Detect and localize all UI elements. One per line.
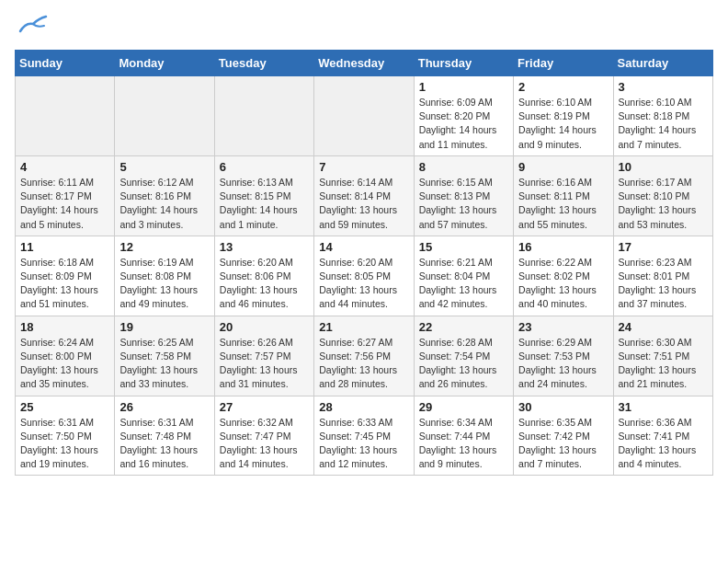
day-number: 19 [119, 320, 209, 334]
calendar-cell: 13Sunrise: 6:20 AM Sunset: 8:06 PM Dayli… [214, 236, 313, 316]
day-number: 14 [319, 240, 408, 254]
calendar-week-4: 18Sunrise: 6:24 AM Sunset: 8:00 PM Dayli… [16, 316, 713, 396]
day-info: Sunrise: 6:22 AM Sunset: 8:02 PM Dayligh… [518, 256, 608, 312]
day-number: 25 [20, 400, 109, 414]
column-header-thursday: Thursday [414, 51, 513, 76]
logo-bird-icon [18, 15, 48, 39]
day-number: 18 [20, 320, 109, 334]
calendar-cell: 25Sunrise: 6:31 AM Sunset: 7:50 PM Dayli… [16, 396, 115, 476]
calendar-cell: 8Sunrise: 6:15 AM Sunset: 8:13 PM Daylig… [414, 155, 513, 236]
calendar-cell: 22Sunrise: 6:28 AM Sunset: 7:54 PM Dayli… [414, 316, 513, 396]
calendar-cell: 12Sunrise: 6:19 AM Sunset: 8:08 PM Dayli… [115, 236, 214, 316]
header [15, 15, 713, 39]
calendar-cell: 17Sunrise: 6:23 AM Sunset: 8:01 PM Dayli… [613, 236, 712, 316]
day-info: Sunrise: 6:10 AM Sunset: 8:19 PM Dayligh… [518, 96, 608, 152]
calendar-cell: 4Sunrise: 6:11 AM Sunset: 8:17 PM Daylig… [16, 155, 115, 236]
calendar-cell: 9Sunrise: 6:16 AM Sunset: 8:11 PM Daylig… [514, 155, 613, 236]
calendar-cell [214, 76, 313, 156]
day-number: 31 [619, 400, 708, 414]
calendar-cell: 14Sunrise: 6:20 AM Sunset: 8:05 PM Dayli… [314, 236, 414, 316]
calendar-cell: 24Sunrise: 6:30 AM Sunset: 7:51 PM Dayli… [613, 316, 712, 396]
calendar-cell: 31Sunrise: 6:36 AM Sunset: 7:41 PM Dayli… [613, 396, 712, 476]
day-info: Sunrise: 6:13 AM Sunset: 8:15 PM Dayligh… [220, 176, 309, 232]
calendar-cell [115, 76, 214, 156]
calendar-cell: 10Sunrise: 6:17 AM Sunset: 8:10 PM Dayli… [613, 155, 712, 236]
day-number: 4 [20, 160, 109, 174]
day-number: 6 [220, 160, 309, 174]
day-number: 13 [220, 240, 309, 254]
column-header-monday: Monday [115, 51, 214, 76]
day-number: 20 [220, 320, 309, 334]
day-number: 24 [619, 320, 708, 334]
calendar-cell: 29Sunrise: 6:34 AM Sunset: 7:44 PM Dayli… [414, 396, 513, 476]
day-number: 11 [20, 240, 109, 254]
day-number: 8 [419, 160, 508, 174]
calendar-cell: 5Sunrise: 6:12 AM Sunset: 8:16 PM Daylig… [115, 155, 214, 236]
calendar-week-5: 25Sunrise: 6:31 AM Sunset: 7:50 PM Dayli… [16, 396, 713, 476]
calendar-header-row: SundayMondayTuesdayWednesdayThursdayFrid… [16, 51, 713, 76]
calendar-cell: 27Sunrise: 6:32 AM Sunset: 7:47 PM Dayli… [214, 396, 313, 476]
calendar-cell: 30Sunrise: 6:35 AM Sunset: 7:42 PM Dayli… [514, 396, 613, 476]
day-info: Sunrise: 6:31 AM Sunset: 7:50 PM Dayligh… [20, 416, 109, 472]
day-number: 17 [619, 240, 708, 254]
day-number: 29 [419, 400, 508, 414]
day-info: Sunrise: 6:27 AM Sunset: 7:56 PM Dayligh… [319, 336, 408, 392]
day-number: 2 [518, 80, 608, 94]
day-info: Sunrise: 6:18 AM Sunset: 8:09 PM Dayligh… [20, 256, 109, 312]
day-number: 1 [419, 80, 508, 94]
day-info: Sunrise: 6:19 AM Sunset: 8:08 PM Dayligh… [119, 256, 209, 312]
day-info: Sunrise: 6:36 AM Sunset: 7:41 PM Dayligh… [619, 416, 708, 472]
day-number: 15 [419, 240, 508, 254]
logo [15, 15, 48, 39]
day-info: Sunrise: 6:10 AM Sunset: 8:18 PM Dayligh… [619, 96, 708, 152]
calendar-cell: 1Sunrise: 6:09 AM Sunset: 8:20 PM Daylig… [414, 76, 513, 156]
day-number: 21 [319, 320, 408, 334]
day-number: 9 [518, 160, 608, 174]
calendar-cell: 19Sunrise: 6:25 AM Sunset: 7:58 PM Dayli… [115, 316, 214, 396]
day-info: Sunrise: 6:33 AM Sunset: 7:45 PM Dayligh… [319, 416, 408, 472]
day-info: Sunrise: 6:16 AM Sunset: 8:11 PM Dayligh… [518, 176, 608, 232]
day-number: 16 [518, 240, 608, 254]
calendar-week-2: 4Sunrise: 6:11 AM Sunset: 8:17 PM Daylig… [16, 155, 713, 236]
calendar-cell [16, 76, 115, 156]
day-info: Sunrise: 6:35 AM Sunset: 7:42 PM Dayligh… [518, 416, 608, 472]
calendar-cell: 18Sunrise: 6:24 AM Sunset: 8:00 PM Dayli… [16, 316, 115, 396]
calendar-table: SundayMondayTuesdayWednesdayThursdayFrid… [15, 50, 713, 476]
day-info: Sunrise: 6:20 AM Sunset: 8:06 PM Dayligh… [220, 256, 309, 312]
day-number: 27 [220, 400, 309, 414]
day-number: 7 [319, 160, 408, 174]
day-info: Sunrise: 6:17 AM Sunset: 8:10 PM Dayligh… [619, 176, 708, 232]
day-info: Sunrise: 6:34 AM Sunset: 7:44 PM Dayligh… [419, 416, 508, 472]
day-info: Sunrise: 6:25 AM Sunset: 7:58 PM Dayligh… [119, 336, 209, 392]
column-header-wednesday: Wednesday [314, 51, 414, 76]
calendar-cell: 15Sunrise: 6:21 AM Sunset: 8:04 PM Dayli… [414, 236, 513, 316]
day-info: Sunrise: 6:24 AM Sunset: 8:00 PM Dayligh… [20, 336, 109, 392]
day-number: 30 [518, 400, 608, 414]
calendar-cell: 20Sunrise: 6:26 AM Sunset: 7:57 PM Dayli… [214, 316, 313, 396]
day-info: Sunrise: 6:26 AM Sunset: 7:57 PM Dayligh… [220, 336, 309, 392]
calendar-cell: 16Sunrise: 6:22 AM Sunset: 8:02 PM Dayli… [514, 236, 613, 316]
day-number: 26 [119, 400, 209, 414]
day-info: Sunrise: 6:15 AM Sunset: 8:13 PM Dayligh… [419, 176, 508, 232]
day-info: Sunrise: 6:12 AM Sunset: 8:16 PM Dayligh… [119, 176, 209, 232]
day-number: 22 [419, 320, 508, 334]
day-info: Sunrise: 6:31 AM Sunset: 7:48 PM Dayligh… [119, 416, 209, 472]
day-info: Sunrise: 6:23 AM Sunset: 8:01 PM Dayligh… [619, 256, 708, 312]
column-header-sunday: Sunday [16, 51, 115, 76]
day-number: 12 [119, 240, 209, 254]
day-info: Sunrise: 6:20 AM Sunset: 8:05 PM Dayligh… [319, 256, 408, 312]
calendar-cell: 23Sunrise: 6:29 AM Sunset: 7:53 PM Dayli… [514, 316, 613, 396]
calendar-cell [314, 76, 414, 156]
calendar-cell: 21Sunrise: 6:27 AM Sunset: 7:56 PM Dayli… [314, 316, 414, 396]
day-info: Sunrise: 6:30 AM Sunset: 7:51 PM Dayligh… [619, 336, 708, 392]
calendar-cell: 6Sunrise: 6:13 AM Sunset: 8:15 PM Daylig… [214, 155, 313, 236]
day-number: 28 [319, 400, 408, 414]
column-header-friday: Friday [514, 51, 613, 76]
calendar-week-3: 11Sunrise: 6:18 AM Sunset: 8:09 PM Dayli… [16, 236, 713, 316]
day-info: Sunrise: 6:29 AM Sunset: 7:53 PM Dayligh… [518, 336, 608, 392]
day-info: Sunrise: 6:28 AM Sunset: 7:54 PM Dayligh… [419, 336, 508, 392]
calendar-week-1: 1Sunrise: 6:09 AM Sunset: 8:20 PM Daylig… [16, 76, 713, 156]
day-number: 5 [119, 160, 209, 174]
calendar-cell: 7Sunrise: 6:14 AM Sunset: 8:14 PM Daylig… [314, 155, 414, 236]
day-info: Sunrise: 6:21 AM Sunset: 8:04 PM Dayligh… [419, 256, 508, 312]
